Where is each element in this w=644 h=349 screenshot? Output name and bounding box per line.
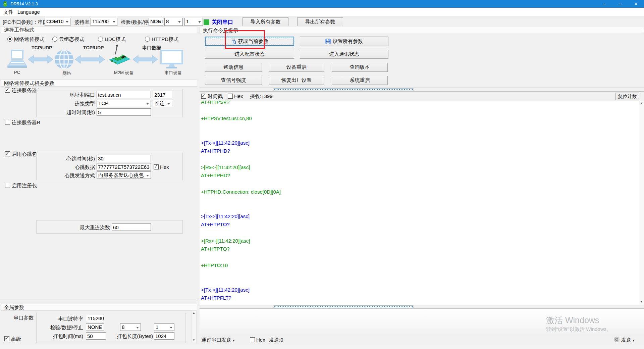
terminal-scroll-up-icon[interactable]: ▲ [639,101,644,106]
params-section-header: 网络透传模式相关参数 [1,80,197,87]
timestamp-checkbox[interactable] [201,94,206,99]
heartbeat-data-input[interactable] [97,163,151,170]
g-baud-select[interactable]: 115200 [86,315,104,322]
terminal-line: +HTPSV:test.usr.cn,80 [200,114,639,122]
bottom-strip [0,346,644,349]
advanced-checkbox[interactable] [4,336,9,341]
heartbeat-mode-label: 心跳发送方式 [60,172,95,179]
bottom-splitter[interactable] [200,305,644,309]
export-params-button[interactable]: 导出所有参数 [297,17,343,26]
reconnect-input[interactable] [112,223,151,231]
device-reboot-button[interactable]: 设备重启 [269,63,324,72]
terminal-line: AT+HTPFLT? [200,294,639,302]
com-port-select[interactable]: COM10 [45,18,70,26]
import-params-button[interactable]: 导入所有参数 [243,17,288,26]
databits-select[interactable]: 8 [164,18,183,26]
pack-len-input[interactable] [154,332,174,340]
menu-file[interactable]: 文件 [3,9,13,15]
help-button[interactable]: 帮助信息 [205,63,262,72]
m2m-label: M2M 设备 [114,70,134,76]
recv-hex-label: Hex [234,93,243,99]
register-checkbox[interactable] [5,183,10,188]
heartbeat-checkbox[interactable] [5,151,10,156]
terminal-line: AT+HTPHD? [200,147,639,155]
send-button[interactable]: 发送 ▾ [621,337,634,343]
close-port-button[interactable]: 关闭串口 [212,19,233,26]
pack-time-input[interactable] [86,332,106,340]
top-splitter[interactable] [200,88,644,92]
pack-time-label: 打包时间(ms) [47,333,83,340]
terminal-line: +HTPTO:10 [200,261,639,269]
system-reboot-button[interactable]: 系统重启 [332,76,388,85]
top-splitter-handle[interactable]: ▴ ▴ [273,88,414,91]
send-sound-icon [614,337,620,342]
terminal-scroll-down-icon[interactable]: ▼ [639,299,644,305]
splitter-dots [277,89,410,90]
baud-select[interactable]: 115200 [91,18,117,26]
factory-reset-button[interactable]: 恢复出厂设置 [269,76,324,85]
server-a-address-input[interactable] [97,91,151,98]
minimize-button[interactable]: – [596,0,612,8]
annotation-highlight-box [225,30,265,49]
window-title: DR514 V2.1.3 [10,1,38,6]
advanced-label: 高级 [11,336,21,342]
send-via-serial-button[interactable]: 通过串口发送 ▾ [201,337,234,343]
maximize-button[interactable]: □ [612,0,628,8]
enter-config-button[interactable]: 进入配置状态 [205,50,294,59]
server-b-label: 连接服务器B [12,119,40,126]
terminal-line: AT+HTPSV? [200,101,639,106]
radio-udc-mode[interactable] [98,37,103,42]
stopbits-select[interactable]: 1 [184,18,203,26]
system-reboot-label: 系统重启 [350,77,370,84]
global-section-header: 全局参数 [1,304,197,311]
send-via-dropdown-icon: ▾ [233,339,234,342]
recv-hex-checkbox[interactable] [228,94,233,99]
terminal-line [200,229,639,237]
g-parity-label: 检验/数据/停止 [47,325,83,331]
g-stopbits-select[interactable]: 1 [154,323,174,331]
signal-strength-button[interactable]: 查信号强度 [205,76,262,85]
radio-net-passthrough[interactable] [7,37,12,42]
terminal-line [200,106,639,114]
sent-count: 发送:0 [269,337,283,343]
g-baud-label: 串口波特率 [50,316,83,322]
menu-language[interactable]: Language [17,9,40,15]
heartbeat-mode-select[interactable]: 向服务器发送心跳包 [97,171,151,179]
enter-comm-button[interactable]: 进入通讯状态 [300,50,388,59]
g-databits-select[interactable]: 8 [120,323,141,331]
conn-type-select[interactable]: TCP [97,100,151,107]
send-hex-checkbox[interactable] [250,337,255,342]
reset-counter-button[interactable]: 复位计数 [615,93,639,100]
toolbar-separator [239,17,239,26]
heartbeat-time-input[interactable] [97,155,151,162]
port-open-indicator [204,19,209,25]
server-b-checkbox[interactable] [5,120,10,125]
close-button[interactable]: ✕ [628,0,644,8]
terminal-scrollbar[interactable] [639,101,644,305]
server-a-port-input[interactable] [153,91,172,98]
conn-mode-select[interactable]: 长连 [153,100,172,107]
arrow-net-m2m-icon [75,54,105,64]
terminal-line [200,122,639,131]
g-parity-select[interactable]: NONE [86,323,104,331]
splitter-arrow-icon: ▴ [274,88,275,91]
menu-bar [0,8,644,17]
set-params-button[interactable]: 设置所有参数 [300,37,388,46]
radio-cloud-config[interactable] [52,37,57,42]
link3-label: 串口数据 [142,45,161,51]
scroll-up-icon[interactable]: ▲ [191,310,197,316]
terminal-line: >[Rx<-][11:42:20][asc] [200,237,639,245]
splitter-arrow-icon: ▾ [274,305,275,309]
radio-httpd-mode[interactable] [145,37,150,42]
terminal-output[interactable]: AT+HTPSV?+HTPSV:test.usr.cn,80>[Tx->][11… [200,101,639,305]
parity-select[interactable]: NONI [149,18,163,26]
bottom-splitter-handle[interactable]: ▾ ▾ [273,305,414,308]
timeout-input[interactable] [97,108,151,116]
terminal-line [200,253,639,261]
scroll-down-icon[interactable]: ▼ [191,338,197,343]
heartbeat-hex-checkbox[interactable] [154,164,159,169]
terminal-line: AT+HTPTO? [200,220,639,229]
query-version-label: 查询版本 [350,64,370,70]
query-version-button[interactable]: 查询版本 [332,63,388,72]
server-a-checkbox[interactable] [5,88,10,93]
